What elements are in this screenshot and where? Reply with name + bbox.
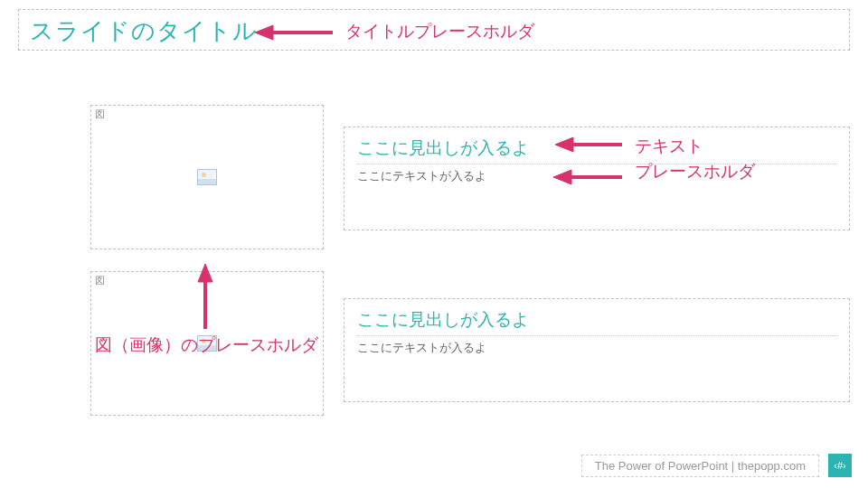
text-body-2: ここにテキストが入るよ xyxy=(357,335,836,356)
arrow-to-figure xyxy=(194,262,216,331)
figure-placeholder-1[interactable]: 図 xyxy=(90,105,324,249)
slide-footer: The Power of PowerPoint | thepopp.com ‹#… xyxy=(581,454,852,477)
page-number-badge: ‹#› xyxy=(828,454,852,477)
annotation-figure-placeholder: 図（画像）のプレースホルダ xyxy=(95,334,318,357)
annotation-title-placeholder: タイトルプレースホルダ xyxy=(345,21,534,43)
figure-label-2: 図 xyxy=(95,274,105,287)
text-heading-2: ここに見出しが入るよ xyxy=(357,308,836,332)
arrow-to-text-body xyxy=(552,166,624,188)
arrow-to-title xyxy=(253,22,335,43)
svg-marker-1 xyxy=(255,25,273,40)
annotation-text-line1: テキスト xyxy=(635,136,703,158)
footer-credit: The Power of PowerPoint | thepopp.com xyxy=(581,455,819,477)
svg-marker-5 xyxy=(553,170,571,184)
svg-marker-3 xyxy=(555,137,573,152)
figure-label-1: 図 xyxy=(95,108,105,121)
slide-title-text: スライドのタイトル xyxy=(30,17,258,44)
annotation-text-line2: プレースホルダ xyxy=(635,161,755,183)
svg-marker-7 xyxy=(198,264,212,282)
image-icon xyxy=(197,169,217,185)
arrow-to-text-heading xyxy=(553,134,624,155)
text-placeholder-2[interactable]: ここに見出しが入るよ ここにテキストが入るよ xyxy=(344,298,850,402)
